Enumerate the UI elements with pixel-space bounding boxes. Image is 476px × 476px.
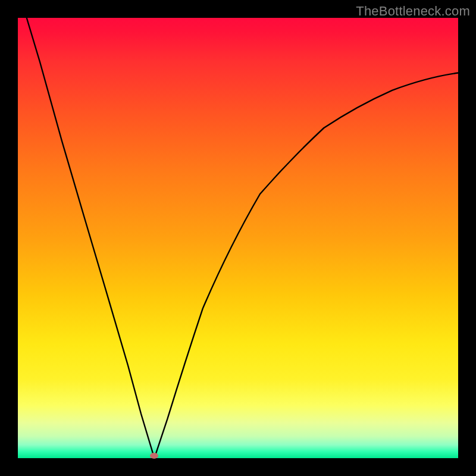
min-marker — [150, 453, 158, 459]
chart-frame: TheBottleneck.com — [0, 0, 476, 476]
curve-path — [27, 18, 458, 458]
watermark-text: TheBottleneck.com — [356, 4, 470, 19]
bottleneck-curve — [18, 18, 458, 458]
plot-area — [18, 18, 458, 458]
